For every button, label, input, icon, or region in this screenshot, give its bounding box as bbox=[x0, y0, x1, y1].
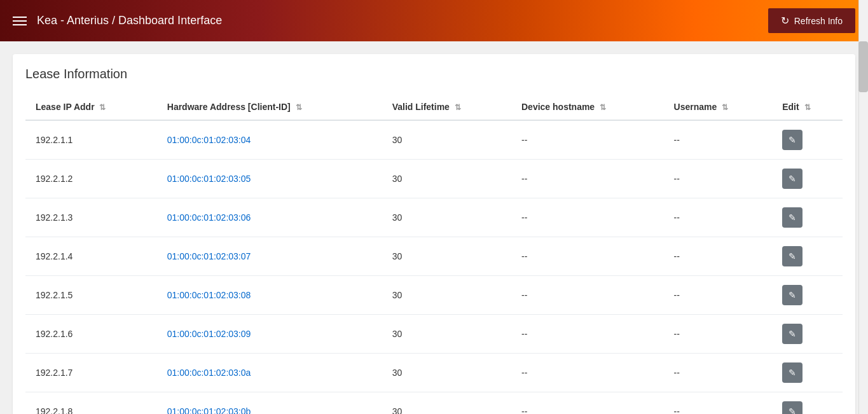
edit-button[interactable]: ✎ bbox=[782, 324, 803, 344]
table-row: 192.2.1.501:00:0c:01:02:03:0830----✎ bbox=[25, 276, 843, 315]
cell-device-hostname: -- bbox=[511, 276, 664, 315]
cell-device-hostname: -- bbox=[511, 120, 664, 160]
cell-hardware-addr: 01:00:0c:01:02:03:07 bbox=[157, 237, 382, 276]
cell-valid-lifetime: 30 bbox=[382, 354, 511, 392]
cell-device-hostname: -- bbox=[511, 160, 664, 198]
table-row: 192.2.1.601:00:0c:01:02:03:0930----✎ bbox=[25, 315, 843, 354]
table-header-row: Lease IP Addr ⇅ Hardware Address [Client… bbox=[25, 94, 843, 120]
cell-valid-lifetime: 30 bbox=[382, 120, 511, 160]
sort-icon-device-hostname: ⇅ bbox=[600, 103, 606, 112]
cell-username: -- bbox=[664, 392, 773, 415]
table-row: 192.2.1.701:00:0c:01:02:03:0a30----✎ bbox=[25, 354, 843, 392]
header-left: Kea - Anterius / Dashboard Interface bbox=[13, 14, 222, 27]
edit-button[interactable]: ✎ bbox=[782, 207, 803, 228]
cell-valid-lifetime: 30 bbox=[382, 392, 511, 415]
cell-hardware-addr: 01:00:0c:01:02:03:05 bbox=[157, 160, 382, 198]
cell-lease-ip: 192.2.1.4 bbox=[25, 237, 157, 276]
header: Kea - Anterius / Dashboard Interface ↻ R… bbox=[0, 0, 868, 41]
section-title: Lease Information bbox=[25, 67, 843, 81]
table-row: 192.2.1.801:00:0c:01:02:03:0b30----✎ bbox=[25, 392, 843, 415]
refresh-icon: ↻ bbox=[781, 15, 789, 27]
cell-hardware-addr: 01:00:0c:01:02:03:0b bbox=[157, 392, 382, 415]
cell-valid-lifetime: 30 bbox=[382, 198, 511, 237]
cell-lease-ip: 192.2.1.1 bbox=[25, 120, 157, 160]
sort-icon-hardware-addr: ⇅ bbox=[296, 103, 302, 112]
table-row: 192.2.1.201:00:0c:01:02:03:0530----✎ bbox=[25, 160, 843, 198]
cell-edit: ✎ bbox=[772, 160, 843, 198]
col-valid-lifetime-label: Valid Lifetime bbox=[392, 102, 450, 112]
cell-edit: ✎ bbox=[772, 120, 843, 160]
cell-username: -- bbox=[664, 237, 773, 276]
scrollbar-thumb[interactable] bbox=[858, 41, 868, 92]
cell-valid-lifetime: 30 bbox=[382, 276, 511, 315]
cell-device-hostname: -- bbox=[511, 198, 664, 237]
col-lease-ip-label: Lease IP Addr bbox=[36, 102, 95, 112]
cell-username: -- bbox=[664, 160, 773, 198]
sort-icon-valid-lifetime: ⇅ bbox=[455, 103, 461, 112]
edit-button[interactable]: ✎ bbox=[782, 401, 803, 414]
cell-lease-ip: 192.2.1.3 bbox=[25, 198, 157, 237]
col-edit-label: Edit bbox=[782, 102, 799, 112]
main-content: Lease Information Lease IP Addr ⇅ Hardwa… bbox=[13, 54, 855, 414]
lease-table-container: Lease IP Addr ⇅ Hardware Address [Client… bbox=[25, 94, 843, 414]
col-device-hostname[interactable]: Device hostname ⇅ bbox=[511, 94, 664, 120]
cell-edit: ✎ bbox=[772, 198, 843, 237]
col-edit[interactable]: Edit ⇅ bbox=[772, 94, 843, 120]
cell-lease-ip: 192.2.1.8 bbox=[25, 392, 157, 415]
cell-device-hostname: -- bbox=[511, 392, 664, 415]
cell-username: -- bbox=[664, 354, 773, 392]
cell-edit: ✎ bbox=[772, 392, 843, 415]
table-body: 192.2.1.101:00:0c:01:02:03:0430----✎192.… bbox=[25, 120, 843, 414]
cell-edit: ✎ bbox=[772, 315, 843, 354]
cell-device-hostname: -- bbox=[511, 354, 664, 392]
header-title: Kea - Anterius / Dashboard Interface bbox=[37, 14, 222, 27]
cell-username: -- bbox=[664, 120, 773, 160]
lease-table: Lease IP Addr ⇅ Hardware Address [Client… bbox=[25, 94, 843, 414]
hamburger-menu-icon[interactable] bbox=[13, 17, 27, 25]
edit-button[interactable]: ✎ bbox=[782, 130, 803, 150]
col-valid-lifetime[interactable]: Valid Lifetime ⇅ bbox=[382, 94, 511, 120]
cell-edit: ✎ bbox=[772, 237, 843, 276]
table-row: 192.2.1.401:00:0c:01:02:03:0730----✎ bbox=[25, 237, 843, 276]
cell-hardware-addr: 01:00:0c:01:02:03:08 bbox=[157, 276, 382, 315]
edit-button[interactable]: ✎ bbox=[782, 285, 803, 305]
col-hardware-addr[interactable]: Hardware Address [Client-ID] ⇅ bbox=[157, 94, 382, 120]
col-hardware-addr-label: Hardware Address [Client-ID] bbox=[167, 102, 291, 112]
scrollbar[interactable] bbox=[858, 0, 868, 414]
cell-hardware-addr: 01:00:0c:01:02:03:06 bbox=[157, 198, 382, 237]
col-username-label: Username bbox=[674, 102, 717, 112]
cell-username: -- bbox=[664, 276, 773, 315]
edit-button[interactable]: ✎ bbox=[782, 246, 803, 266]
sort-icon-edit: ⇅ bbox=[804, 103, 811, 112]
edit-button[interactable]: ✎ bbox=[782, 169, 803, 189]
cell-lease-ip: 192.2.1.5 bbox=[25, 276, 157, 315]
cell-edit: ✎ bbox=[772, 276, 843, 315]
cell-lease-ip: 192.2.1.6 bbox=[25, 315, 157, 354]
table-header: Lease IP Addr ⇅ Hardware Address [Client… bbox=[25, 94, 843, 120]
cell-valid-lifetime: 30 bbox=[382, 160, 511, 198]
sort-icon-username: ⇅ bbox=[722, 103, 728, 112]
table-row: 192.2.1.101:00:0c:01:02:03:0430----✎ bbox=[25, 120, 843, 160]
col-device-hostname-label: Device hostname bbox=[521, 102, 595, 112]
table-row: 192.2.1.301:00:0c:01:02:03:0630----✎ bbox=[25, 198, 843, 237]
refresh-button-label: Refresh Info bbox=[794, 16, 843, 26]
refresh-button[interactable]: ↻ Refresh Info bbox=[768, 8, 855, 33]
sort-icon-lease-ip: ⇅ bbox=[99, 103, 106, 112]
cell-valid-lifetime: 30 bbox=[382, 315, 511, 354]
cell-username: -- bbox=[664, 198, 773, 237]
cell-lease-ip: 192.2.1.7 bbox=[25, 354, 157, 392]
cell-edit: ✎ bbox=[772, 354, 843, 392]
col-username[interactable]: Username ⇅ bbox=[664, 94, 773, 120]
cell-hardware-addr: 01:00:0c:01:02:03:0a bbox=[157, 354, 382, 392]
cell-device-hostname: -- bbox=[511, 315, 664, 354]
cell-device-hostname: -- bbox=[511, 237, 664, 276]
edit-button[interactable]: ✎ bbox=[782, 362, 803, 383]
col-lease-ip[interactable]: Lease IP Addr ⇅ bbox=[25, 94, 157, 120]
cell-username: -- bbox=[664, 315, 773, 354]
cell-lease-ip: 192.2.1.2 bbox=[25, 160, 157, 198]
cell-hardware-addr: 01:00:0c:01:02:03:04 bbox=[157, 120, 382, 160]
cell-hardware-addr: 01:00:0c:01:02:03:09 bbox=[157, 315, 382, 354]
cell-valid-lifetime: 30 bbox=[382, 237, 511, 276]
